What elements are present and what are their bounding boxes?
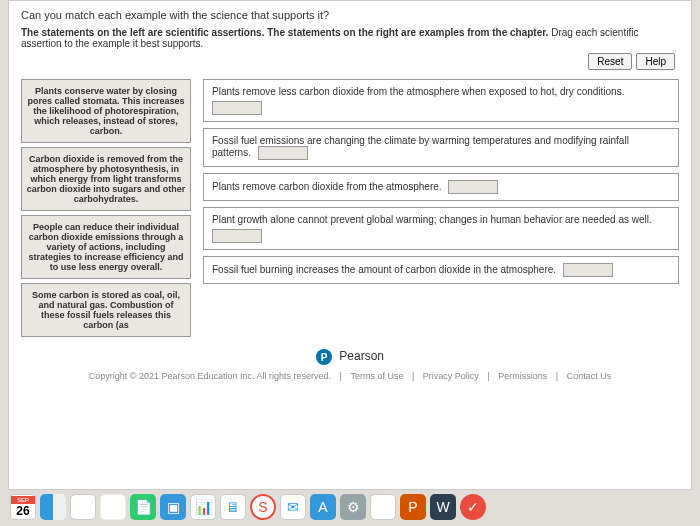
assertions-column: Plants conserve water by closing pores c… xyxy=(21,79,191,337)
assertion-card[interactable]: Carbon dioxide is removed from the atmos… xyxy=(21,147,191,211)
calendar-month: SEP xyxy=(11,496,35,504)
drop-target: Plants remove carbon dioxide from the at… xyxy=(203,173,679,201)
appstore-icon[interactable]: A xyxy=(310,494,336,520)
target-text: Plant growth alone cannot prevent global… xyxy=(212,214,652,225)
drop-target: Fossil fuel burning increases the amount… xyxy=(203,256,679,284)
app-icon[interactable]: 📄 xyxy=(130,494,156,520)
macos-dock: SEP 26 ⋮ ✿ 📄 ▣ 📊 🖥 S ✉ A ⚙ ◉ P W ✓ xyxy=(0,490,700,524)
word-icon[interactable]: W xyxy=(430,494,456,520)
finder-icon[interactable] xyxy=(40,494,66,520)
smart-icon[interactable]: S xyxy=(250,494,276,520)
pearson-icon: P xyxy=(316,349,332,365)
drop-slot[interactable] xyxy=(212,229,262,243)
assertion-card[interactable]: Some carbon is stored as coal, oil, and … xyxy=(21,283,191,337)
settings-icon[interactable]: ⚙ xyxy=(340,494,366,520)
photos-icon[interactable]: ✿ xyxy=(100,494,126,520)
powerpoint-icon[interactable]: P xyxy=(400,494,426,520)
assertion-card[interactable]: Plants conserve water by closing pores c… xyxy=(21,79,191,143)
drop-slot[interactable] xyxy=(212,101,262,115)
activity-controls: Reset Help xyxy=(588,53,675,70)
targets-column: Plants remove less carbon dioxide from t… xyxy=(203,79,679,337)
drop-target: Plants remove less carbon dioxide from t… xyxy=(203,79,679,122)
check-icon[interactable]: ✓ xyxy=(460,494,486,520)
copyright-text: Copyright © 2021 Pearson Education Inc. … xyxy=(89,371,331,381)
instructions: The statements on the left are scientifi… xyxy=(21,27,679,49)
calendar-day: 26 xyxy=(11,504,35,518)
app-icon[interactable]: ▣ xyxy=(160,494,186,520)
drop-slot[interactable] xyxy=(563,263,613,277)
footer-link[interactable]: Privacy Policy xyxy=(423,371,479,381)
assertion-card[interactable]: People can reduce their individual carbo… xyxy=(21,215,191,279)
target-text: Plants remove carbon dioxide from the at… xyxy=(212,181,442,192)
question-text: Can you match each example with the scie… xyxy=(21,9,679,21)
mail-icon[interactable]: ✉ xyxy=(280,494,306,520)
activity-area: Reset Help Plants conserve water by clos… xyxy=(21,57,679,337)
drop-target: Plant growth alone cannot prevent global… xyxy=(203,207,679,250)
reset-button[interactable]: Reset xyxy=(588,53,632,70)
page-container: Can you match each example with the scie… xyxy=(8,0,692,490)
chrome-icon[interactable]: ◉ xyxy=(370,494,396,520)
target-text: Fossil fuel burning increases the amount… xyxy=(212,264,556,275)
drop-slot[interactable] xyxy=(258,146,308,160)
reminders-icon[interactable]: ⋮ xyxy=(70,494,96,520)
drop-target: Fossil fuel emissions are changing the c… xyxy=(203,128,679,167)
target-text: Plants remove less carbon dioxide from t… xyxy=(212,86,624,97)
drop-slot[interactable] xyxy=(448,180,498,194)
charts-icon[interactable]: 📊 xyxy=(190,494,216,520)
copyright-line: Copyright © 2021 Pearson Education Inc. … xyxy=(21,371,679,381)
instructions-prefix: The statements on the left are scientifi… xyxy=(21,27,548,38)
brand-name: Pearson xyxy=(339,349,384,363)
calendar-icon[interactable]: SEP 26 xyxy=(10,494,36,520)
display-icon[interactable]: 🖥 xyxy=(220,494,246,520)
footer-link[interactable]: Permissions xyxy=(498,371,547,381)
footer-link[interactable]: Contact Us xyxy=(567,371,612,381)
help-button[interactable]: Help xyxy=(636,53,675,70)
footer-link[interactable]: Terms of Use xyxy=(350,371,403,381)
brand-footer: P Pearson xyxy=(21,349,679,365)
